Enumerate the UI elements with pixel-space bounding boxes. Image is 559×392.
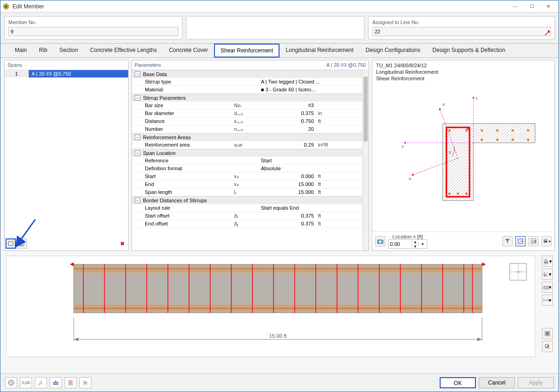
help-button[interactable]: [5, 377, 17, 388]
fx-button[interactable]: fx: [79, 377, 91, 388]
param-symbol: Δⱼ: [234, 221, 261, 227]
param-row[interactable]: Span lengthlₛ15.000ft: [132, 188, 369, 196]
cross-section-footer: Location x [ft] ▴ ▾ ▾ 100: [372, 231, 554, 251]
maximize-button[interactable]: ☐: [523, 1, 540, 12]
copy-span-button[interactable]: [17, 238, 27, 249]
collapse-icon[interactable]: −: [135, 71, 140, 77]
param-row[interactable]: ReferenceStart: [132, 157, 369, 165]
ok-button[interactable]: OK: [440, 377, 476, 388]
param-row[interactable]: Material■ 3 - Grade 60 | Isotro...: [132, 86, 369, 94]
collapse-icon[interactable]: −: [135, 95, 140, 101]
spans-row[interactable]: 1 A | 20 #3 @0.750: [5, 70, 128, 77]
param-value: 0.375: [261, 213, 317, 218]
filter-button[interactable]: [502, 236, 513, 246]
param-row[interactable]: Definition formatAbsolute: [132, 165, 369, 173]
tab-design-supports-deflection[interactable]: Design Supports & Deflection: [427, 44, 512, 58]
parameters-scrollbar[interactable]: [362, 70, 369, 251]
param-row[interactable]: Bar diameterdₛ,ₛₜ0.375in: [132, 109, 369, 117]
beam-elevation-view[interactable]: 15.00 ft +Y: [6, 256, 535, 357]
param-row[interactable]: Numbernₛ,ₛₜ20: [132, 125, 369, 133]
collapse-icon[interactable]: −: [135, 150, 140, 156]
location-x-up[interactable]: ▴: [412, 239, 418, 244]
new-span-button[interactable]: [6, 238, 16, 249]
minimize-button[interactable]: —: [507, 1, 523, 12]
cancel-button[interactable]: Cancel: [479, 377, 515, 388]
delete-span-button[interactable]: ✖: [117, 238, 127, 249]
assigned-line-input[interactable]: [372, 27, 551, 36]
units-button[interactable]: 0,00: [20, 377, 32, 388]
param-row[interactable]: Reinforcement areaaₛw0.29in²/ft: [132, 141, 369, 149]
param-symbol: Δᵢ: [234, 213, 261, 219]
param-row[interactable]: End offsetΔⱼ0.375ft: [132, 220, 369, 228]
param-group[interactable]: −Reinforcement Areas: [132, 133, 369, 141]
location-x-input[interactable]: [389, 241, 412, 247]
location-x-down[interactable]: ▾: [412, 244, 418, 249]
close-button[interactable]: ✕: [540, 1, 557, 12]
axes-toggle-button[interactable]: ▾: [542, 269, 553, 280]
param-row[interactable]: Startx₁0.000ft: [132, 173, 369, 180]
svg-line-81: [548, 347, 550, 349]
param-row[interactable]: Stirrup typeA | Two legged | Closed ...: [132, 78, 369, 86]
svg-rect-79: [546, 332, 549, 335]
print-button[interactable]: ▾: [541, 236, 552, 246]
svg-rect-2: [8, 242, 13, 245]
highlight-button[interactable]: [35, 377, 47, 388]
scale-button[interactable]: 100: [528, 236, 539, 246]
param-symbol: aₛw: [234, 142, 261, 148]
param-group[interactable]: −Stirrup Parameters: [132, 94, 369, 102]
param-group[interactable]: −Border Distances of Stirrups: [132, 196, 369, 204]
svg-point-10: [465, 193, 468, 195]
dialog-footer: 0,00 fx OK Cancel Apply: [0, 373, 559, 392]
param-row[interactable]: Endx₂15.000ft: [132, 180, 369, 188]
param-key: Reference: [132, 157, 234, 164]
scrollbar-thumb[interactable]: [364, 77, 368, 141]
param-key: Start: [132, 173, 234, 180]
dimension-toggle-button[interactable]: ▾: [542, 295, 553, 306]
tab-rib[interactable]: Rib: [33, 44, 53, 58]
svg-marker-66: [477, 338, 482, 341]
settings-view-button[interactable]: [542, 328, 553, 339]
tab-concrete-cover[interactable]: Concrete Cover: [163, 44, 214, 58]
parameters-grid[interactable]: −Base DataStirrup typeA | Two legged | C…: [132, 70, 369, 251]
sync-view-button[interactable]: [515, 236, 526, 246]
center-group: [186, 16, 364, 39]
param-key: Bar diameter: [132, 109, 234, 117]
svg-rect-5: [20, 241, 24, 245]
svg-text:u: u: [409, 176, 411, 181]
view-mode-button[interactable]: ▾: [542, 256, 553, 267]
view-cube[interactable]: +Y: [507, 261, 529, 284]
param-row[interactable]: Distancesₛ,ₛₜ0.750ft: [132, 117, 369, 125]
tab-section[interactable]: Section: [53, 44, 84, 58]
apply-button[interactable]: Apply: [518, 377, 554, 388]
fill-toggle-button[interactable]: ▾: [542, 282, 553, 293]
snapshot-button[interactable]: [375, 236, 385, 246]
svg-rect-74: [544, 286, 548, 289]
pick-line-icon[interactable]: [544, 29, 552, 36]
tab-design-configurations[interactable]: Design Configurations: [359, 44, 426, 58]
location-x-dropdown[interactable]: ▾: [418, 242, 427, 246]
member-no-input[interactable]: [8, 27, 178, 36]
svg-point-11: [481, 129, 483, 132]
symmetry-button[interactable]: [50, 377, 62, 388]
location-x-spinner[interactable]: ▴ ▾ ▾: [388, 239, 427, 249]
param-group[interactable]: −Base Data: [132, 70, 369, 78]
param-key: Definition format: [132, 165, 234, 172]
svg-marker-60: [70, 263, 74, 266]
collapse-icon[interactable]: −: [135, 198, 140, 203]
app-icon: [2, 3, 10, 10]
spans-list[interactable]: 1 A | 20 #3 @0.750: [5, 70, 128, 237]
zoom-reset-button[interactable]: [542, 341, 553, 352]
param-row[interactable]: Start offsetΔᵢ0.375ft: [132, 212, 369, 220]
param-row[interactable]: Bar sizeNo.#3: [132, 102, 369, 109]
tab-main[interactable]: Main: [9, 44, 33, 58]
tab-concrete-effective-lengths[interactable]: Concrete Effective Lengths: [84, 44, 163, 58]
param-group-name: Base Data: [143, 71, 167, 77]
tab-longitudinal-reinforcement[interactable]: Longitudinal Reinforcement: [280, 44, 359, 58]
tab-shear-reinforcement[interactable]: Shear Reinforcement: [214, 44, 280, 58]
clear-button[interactable]: [65, 377, 77, 388]
collapse-icon[interactable]: −: [135, 135, 140, 140]
param-group[interactable]: −Span Location: [132, 149, 369, 157]
svg-marker-61: [482, 263, 486, 266]
parameters-title: Parameters: [135, 62, 161, 68]
param-row[interactable]: Layout ruleStart equals End: [132, 204, 369, 212]
